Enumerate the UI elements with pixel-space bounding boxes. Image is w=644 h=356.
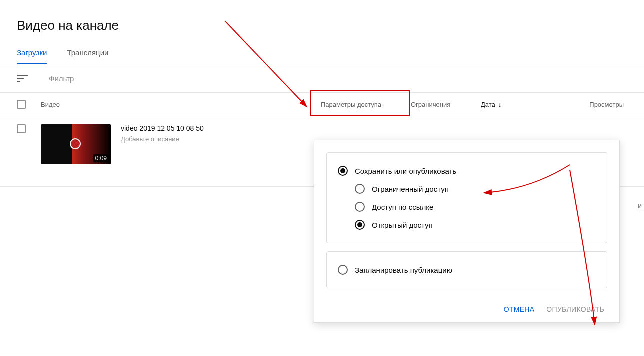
thumbnail-decoration bbox=[70, 138, 81, 149]
option-label: Открытый доступ bbox=[372, 221, 433, 229]
option-public[interactable]: Открытый доступ bbox=[338, 216, 596, 234]
option-label: Доступ по ссылке bbox=[372, 203, 434, 211]
filter-icon[interactable] bbox=[17, 72, 29, 84]
column-restrictions[interactable]: Ограничения bbox=[411, 101, 481, 108]
video-title[interactable]: video 2019 12 05 10 08 50 bbox=[121, 124, 204, 132]
option-label: Ограниченный доступ bbox=[372, 185, 449, 193]
arrow-down-icon: ↓ bbox=[498, 101, 502, 108]
option-label: Сохранить или опубликовать bbox=[355, 167, 456, 175]
table-header: Видео Параметры доступа Ограничения Дата… bbox=[0, 93, 644, 116]
radio-icon bbox=[355, 202, 365, 212]
column-date[interactable]: Дата ↓ bbox=[481, 101, 541, 108]
video-duration: 0:09 bbox=[94, 154, 109, 162]
tab-live[interactable]: Трансляции bbox=[67, 48, 108, 64]
visibility-popup: Сохранить или опубликовать Ограниченный … bbox=[314, 140, 620, 323]
page-title: Видео на канале bbox=[0, 0, 644, 33]
radio-icon bbox=[338, 166, 348, 176]
video-meta: video 2019 12 05 10 08 50 Добавьте описа… bbox=[121, 124, 204, 143]
option-private[interactable]: Ограниченный доступ bbox=[338, 180, 596, 198]
select-all-checkbox[interactable] bbox=[17, 100, 26, 109]
radio-icon bbox=[355, 220, 365, 230]
truncated-text: и bbox=[638, 202, 642, 210]
radio-icon bbox=[338, 265, 348, 275]
tabs: Загрузки Трансляции bbox=[0, 33, 644, 64]
column-date-label: Дата bbox=[481, 101, 496, 108]
column-views[interactable]: Просмотры bbox=[590, 101, 627, 108]
option-label: Запланировать публикацию bbox=[355, 266, 452, 274]
column-visibility[interactable]: Параметры доступа bbox=[321, 101, 411, 108]
video-thumbnail[interactable]: 0:09 bbox=[41, 124, 111, 164]
publish-button[interactable]: ОПУБЛИКОВАТЬ bbox=[546, 305, 604, 313]
save-publish-group: Сохранить или опубликовать Ограниченный … bbox=[326, 152, 608, 243]
option-unlisted[interactable]: Доступ по ссылке bbox=[338, 198, 596, 216]
filter-bar: Фильтр bbox=[0, 64, 644, 93]
video-description-placeholder[interactable]: Добавьте описание bbox=[121, 135, 204, 143]
option-save-or-publish[interactable]: Сохранить или опубликовать bbox=[338, 162, 596, 180]
filter-input[interactable]: Фильтр bbox=[49, 74, 74, 83]
column-video: Видео bbox=[41, 101, 321, 108]
cancel-button[interactable]: ОТМЕНА bbox=[504, 305, 535, 313]
schedule-group: Запланировать публикацию bbox=[326, 251, 608, 288]
radio-icon bbox=[355, 184, 365, 194]
row-checkbox[interactable] bbox=[17, 124, 26, 133]
popup-footer: ОТМЕНА ОПУБЛИКОВАТЬ bbox=[326, 296, 608, 322]
option-schedule[interactable]: Запланировать публикацию bbox=[338, 261, 596, 279]
tab-uploads[interactable]: Загрузки bbox=[17, 48, 47, 64]
